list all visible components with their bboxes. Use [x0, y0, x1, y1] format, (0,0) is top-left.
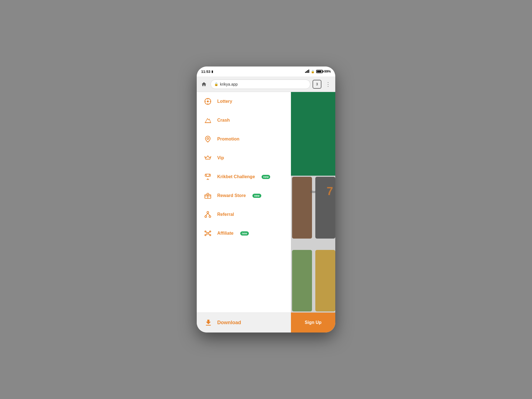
badge-reward-store: new [252, 194, 261, 198]
krikbet-challenge-icon [203, 172, 212, 181]
affiliate-icon [203, 229, 212, 238]
battery-percent: 99% [324, 70, 331, 73]
svg-point-19 [205, 231, 206, 232]
home-button[interactable] [200, 80, 208, 89]
battery-icon [316, 70, 323, 73]
download-label: Download [217, 320, 241, 326]
status-bar: 11:53 ▮ 🔒 99% [197, 66, 335, 76]
signup-label: Sign Up [305, 320, 321, 325]
sidebar-item-referral[interactable]: Referral [197, 205, 291, 224]
sidebar-label-reward-store: Reward Store [217, 193, 246, 198]
url-bar[interactable]: 🔒 krikya.app [211, 80, 310, 89]
svg-point-20 [210, 231, 211, 232]
time-display: 11:53 [201, 70, 210, 74]
signup-button[interactable]: Sign Up [291, 313, 335, 332]
browser-menu-button[interactable]: ⋮ [324, 80, 332, 89]
sidebar-item-reward-store[interactable]: Reward Storenew [197, 186, 291, 205]
svg-line-25 [206, 234, 207, 235]
referral-icon [203, 210, 212, 219]
sim-indicator: ▮ [211, 70, 213, 73]
svg-line-24 [208, 232, 209, 233]
lock-icon: 🔒 [311, 70, 315, 73]
sidebar-label-referral: Referral [217, 212, 234, 217]
download-button[interactable]: Download [197, 313, 291, 332]
svg-point-13 [207, 211, 209, 213]
sidebar-label-affiliate: Affiliate [217, 231, 234, 236]
browser-bar: 🔒 krikya.app 3 ⋮ [197, 76, 335, 92]
badge-affiliate: new [240, 231, 249, 236]
status-icons: 🔒 99% [305, 70, 331, 74]
svg-line-23 [206, 232, 207, 233]
sidebar: LotteryCrashPromotionVipKrikbet Challeng… [197, 92, 291, 313]
reward-store-icon [203, 191, 212, 200]
status-time: 11:53 ▮ [201, 70, 213, 74]
svg-rect-1 [306, 71, 307, 73]
svg-point-14 [205, 216, 207, 218]
lottery-icon [203, 97, 212, 106]
svg-point-21 [205, 234, 206, 236]
svg-rect-2 [307, 70, 308, 73]
sidebar-item-krikbet-challenge[interactable]: Krikbet Challengenew [197, 167, 291, 186]
vip-icon [203, 154, 212, 162]
bottom-bar: Download Sign Up [197, 313, 335, 332]
security-icon: 🔒 [214, 82, 218, 86]
sidebar-label-crash: Crash [217, 118, 230, 123]
sidebar-label-vip: Vip [217, 155, 224, 160]
url-text: krikya.app [220, 82, 238, 86]
sidebar-item-lottery[interactable]: Lottery [197, 92, 291, 111]
svg-rect-3 [308, 70, 309, 73]
promotion-icon [203, 135, 212, 144]
slot-label: Slot [291, 190, 335, 193]
bg-banner [291, 92, 335, 176]
crash-icon [203, 116, 212, 125]
sidebar-label-lottery: Lottery [217, 99, 232, 104]
tab-count: 3 [316, 82, 318, 86]
svg-point-22 [210, 234, 211, 236]
signal-icon [305, 70, 310, 74]
svg-line-16 [206, 213, 208, 216]
sidebar-item-promotion[interactable]: Promotion [197, 130, 291, 149]
tab-switcher-button[interactable]: 3 [313, 80, 321, 89]
sidebar-label-krikbet-challenge: Krikbet Challenge [217, 174, 255, 179]
phone-frame: 11:53 ▮ 🔒 99% [197, 66, 335, 332]
sidebar-item-vip[interactable]: Vip [197, 149, 291, 167]
download-icon [203, 318, 213, 328]
main-content: 7 Slot LotteryCrashPromotionVipKrikbet C… [197, 92, 335, 313]
sidebar-item-affiliate[interactable]: Affiliatenew [197, 224, 291, 243]
menu-dots-icon: ⋮ [325, 81, 331, 88]
svg-point-5 [207, 101, 209, 103]
sidebar-item-crash[interactable]: Crash [197, 111, 291, 130]
svg-line-26 [208, 234, 209, 235]
svg-point-15 [209, 216, 211, 218]
svg-rect-0 [305, 72, 306, 73]
svg-line-17 [208, 213, 210, 216]
sidebar-label-promotion: Promotion [217, 137, 239, 142]
svg-point-11 [207, 138, 209, 140]
badge-krikbet-challenge: new [262, 175, 270, 179]
